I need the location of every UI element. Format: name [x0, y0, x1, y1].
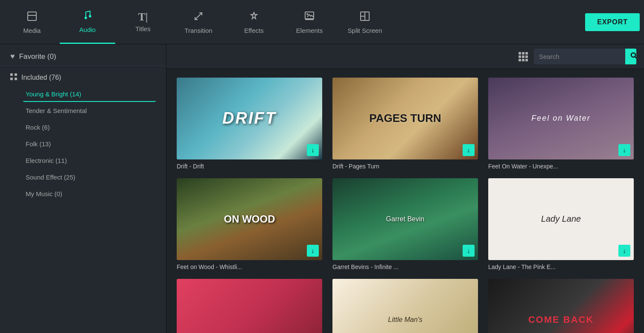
nav-media-label: Media — [23, 27, 41, 34]
card-garret[interactable]: ↓ Garret Bevins - Infinite ... — [332, 178, 478, 270]
nav-audio-label: Audio — [79, 26, 96, 33]
download-badge[interactable]: ↓ — [618, 144, 630, 156]
nav-elements[interactable]: Elements — [282, 0, 337, 44]
nav-titles-label: Titles — [135, 25, 150, 32]
download-badge[interactable]: ↓ — [307, 144, 319, 156]
download-badge[interactable]: ↓ — [307, 245, 319, 257]
category-my-music[interactable]: My Music (0) — [23, 186, 156, 202]
card-feet-wood[interactable]: ↓ Feet on Wood - Whistli... — [177, 178, 322, 270]
card-pink[interactable]: ↓ — [177, 279, 322, 333]
svg-rect-0 — [28, 12, 36, 20]
card-label-drift-drift: Drift - Drift — [177, 163, 322, 170]
nav-titles[interactable]: T| Titles — [115, 0, 171, 44]
elements-icon — [303, 10, 315, 24]
svg-rect-17 — [525, 55, 528, 58]
card-thumb-little-man: ↓ — [332, 279, 478, 333]
svg-rect-15 — [519, 55, 521, 58]
download-badge[interactable]: ↓ — [463, 144, 475, 156]
card-thumb-feet-water: ↓ — [488, 78, 634, 159]
nav-media[interactable]: Media — [4, 0, 60, 44]
content-panel: ↓ Drift - Drift ↓ Drift - Pages Turn ↓ — [166, 44, 644, 333]
svg-line-22 — [635, 57, 636, 58]
card-thumb-lady-lane: ↓ — [488, 178, 634, 260]
card-thumb-drift-drift: ↓ — [177, 78, 322, 159]
included-label-text: Included (76) — [21, 74, 61, 81]
favorite-label-text: Favorite (0) — [19, 52, 56, 61]
nav-transition-label: Transition — [184, 27, 212, 34]
nav-split-screen[interactable]: Split Screen — [337, 0, 393, 44]
included-item[interactable]: Included (76) — [10, 73, 156, 82]
nav-split-screen-label: Split Screen — [348, 27, 382, 34]
audio-grid: ↓ Drift - Drift ↓ Drift - Pages Turn ↓ — [177, 78, 634, 333]
category-electronic[interactable]: Electronic (11) — [23, 153, 156, 168]
download-badge[interactable]: ↓ — [618, 245, 630, 257]
category-list: Young & Bright (14) Tender & Sentimental… — [10, 86, 156, 202]
included-section: Included (76) Young & Bright (14) Tender… — [0, 66, 166, 204]
svg-rect-10 — [10, 78, 13, 80]
grid-dots-icon — [10, 73, 17, 82]
card-label-lady-lane: Lady Lane - The Pink E... — [488, 264, 634, 270]
card-feet-water[interactable]: ↓ Feet On Water - Unexpe... — [488, 78, 634, 170]
card-label-feet-water: Feet On Water - Unexpe... — [488, 163, 634, 170]
nav-audio[interactable]: Audio — [60, 0, 115, 44]
sidebar-collapse-arrow[interactable]: ◀ — [166, 180, 166, 197]
card-thumb-comeback: ↓ — [488, 279, 634, 333]
transition-icon — [192, 10, 204, 24]
split-screen-icon — [359, 10, 371, 24]
svg-rect-11 — [15, 78, 17, 80]
titles-icon: T| — [138, 12, 148, 23]
card-lady-lane[interactable]: ↓ Lady Lane - The Pink E... — [488, 178, 634, 270]
card-little-man[interactable]: ↓ Little Man's... — [332, 279, 478, 333]
sidebar: ♥ Favorite (0) Included (76) Young — [0, 44, 166, 333]
effects-icon — [248, 10, 260, 24]
favorite-section: ♥ Favorite (0) — [0, 44, 166, 66]
svg-rect-13 — [522, 52, 525, 55]
svg-point-4 — [306, 13, 308, 15]
category-young-bright[interactable]: Young & Bright (14) — [23, 86, 156, 102]
card-label-garret: Garret Bevins - Infinite ... — [332, 264, 478, 270]
export-button[interactable]: EXPORT — [585, 13, 640, 31]
category-tender[interactable]: Tender & Sentimental — [23, 103, 156, 119]
nav-elements-label: Elements — [296, 27, 323, 34]
svg-rect-20 — [525, 59, 528, 61]
svg-rect-14 — [525, 52, 528, 55]
download-badge[interactable]: ↓ — [463, 245, 475, 257]
nav-effects-label: Effects — [244, 27, 264, 34]
card-thumb-drift-pages: ↓ — [332, 78, 478, 159]
search-button[interactable] — [625, 49, 636, 64]
category-folk[interactable]: Folk (13) — [23, 136, 156, 152]
media-icon — [26, 10, 38, 24]
nav-transition[interactable]: Transition — [171, 0, 226, 44]
card-label-drift-pages: Drift - Pages Turn — [332, 163, 478, 170]
grid-area: ↓ Drift - Drift ↓ Drift - Pages Turn ↓ — [166, 69, 644, 333]
top-navigation: Media Audio T| Titles Transition Effects — [0, 0, 644, 44]
svg-rect-19 — [522, 59, 525, 61]
category-rock[interactable]: Rock (6) — [23, 119, 156, 135]
card-label-feet-wood: Feet on Wood - Whistli... — [177, 264, 322, 270]
category-sound-effect[interactable]: Sound Effect (25) — [23, 169, 156, 185]
svg-rect-18 — [519, 59, 521, 61]
card-comeback[interactable]: ↓ — [488, 279, 634, 333]
favorite-item[interactable]: ♥ Favorite (0) — [10, 52, 156, 61]
svg-point-21 — [631, 53, 635, 57]
search-input[interactable] — [534, 49, 625, 64]
search-input-wrap — [534, 49, 636, 64]
svg-rect-16 — [522, 55, 525, 58]
svg-rect-12 — [519, 52, 521, 55]
card-drift-drift[interactable]: ↓ Drift - Drift — [177, 78, 322, 170]
grid-view-button[interactable] — [519, 52, 528, 61]
card-thumb-pink: ↓ — [177, 279, 322, 333]
audio-icon — [82, 9, 93, 23]
card-thumb-garret: ↓ — [332, 178, 478, 260]
search-bar — [166, 44, 644, 69]
nav-effects[interactable]: Effects — [226, 0, 282, 44]
main-area: ♥ Favorite (0) Included (76) Young — [0, 44, 644, 333]
heart-icon: ♥ — [10, 52, 15, 61]
svg-rect-9 — [15, 73, 17, 76]
card-drift-pages[interactable]: ↓ Drift - Pages Turn — [332, 78, 478, 170]
svg-rect-8 — [10, 73, 13, 76]
card-thumb-feet-wood: ↓ — [177, 178, 322, 260]
